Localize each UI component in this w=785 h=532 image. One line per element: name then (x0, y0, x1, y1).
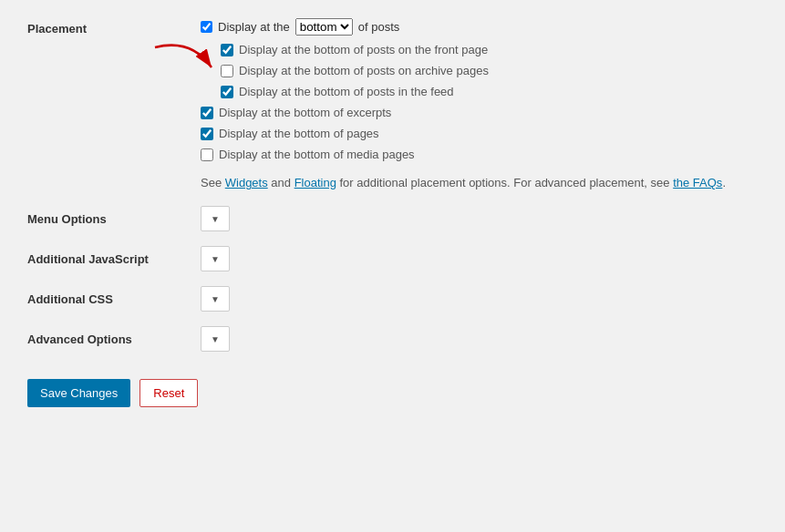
red-arrow-icon (146, 38, 219, 75)
extra-pages-label[interactable]: Display at the bottom of pages (219, 127, 379, 140)
placement-note: See Widgets and Floating for additional … (201, 176, 758, 189)
extra-option-pages: Display at the bottom of pages (201, 125, 758, 142)
extra-options: Display at the bottom of excerpts Displa… (201, 104, 758, 163)
faqs-link[interactable]: the FAQs (673, 176, 722, 189)
save-button[interactable]: Save Changes (27, 379, 130, 407)
sub-front-page-label[interactable]: Display at the bottom of posts on the fr… (239, 43, 488, 56)
extra-media-label[interactable]: Display at the bottom of media pages (219, 148, 415, 161)
collapsible-menu-options: Menu Options (27, 206, 758, 231)
sub-option-feed: Display at the bottom of posts in the fe… (221, 83, 758, 100)
placement-label: Placement (27, 18, 201, 36)
collapse-btn-additional-javascript[interactable] (201, 246, 230, 271)
sub-archive-checkbox[interactable] (221, 65, 233, 77)
collapse-btn-additional-css[interactable] (201, 286, 230, 312)
sub-archive-label[interactable]: Display at the bottom of posts on archiv… (239, 64, 489, 77)
reset-button[interactable]: Reset (139, 379, 198, 407)
placement-of-posts: of posts (358, 20, 400, 34)
placement-position-select[interactable]: bottom top (295, 18, 353, 36)
note-prefix: See (201, 176, 225, 189)
placement-main-checkbox[interactable] (201, 21, 212, 33)
collapsible-additional-css: Additional CSS (27, 286, 758, 312)
extra-option-excerpts: Display at the bottom of excerpts (201, 104, 758, 121)
collapsibles-container: Menu Options Additional JavaScript Addit… (27, 206, 758, 352)
sub-feed-label[interactable]: Display at the bottom of posts in the fe… (239, 85, 454, 98)
collapse-btn-advanced-options[interactable] (201, 326, 230, 352)
collapsible-label-additional-css: Additional CSS (27, 292, 201, 306)
placement-section: Placement Display at the bottom to (27, 18, 758, 189)
widgets-link[interactable]: Widgets (225, 176, 268, 189)
collapse-btn-menu-options[interactable] (201, 206, 230, 231)
sub-front-page-checkbox[interactable] (221, 44, 233, 56)
collapsible-label-advanced-options: Advanced Options (27, 332, 201, 346)
collapsible-advanced-options: Advanced Options (27, 326, 758, 352)
placement-sub-options: Display at the bottom of posts on the fr… (221, 41, 758, 100)
sub-option-front-page: Display at the bottom of posts on the fr… (221, 41, 758, 58)
extra-pages-checkbox[interactable] (201, 128, 213, 140)
note-suffix: . (722, 176, 726, 189)
collapsible-label-menu-options: Menu Options (27, 212, 201, 226)
extra-media-checkbox[interactable] (201, 148, 213, 161)
placement-main-label[interactable]: Display at the (218, 20, 290, 34)
note-and: and (268, 176, 294, 189)
collapsible-additional-javascript: Additional JavaScript (27, 246, 758, 271)
sub-feed-checkbox[interactable] (221, 86, 233, 98)
placement-main-text: Display at the (218, 20, 290, 34)
floating-link[interactable]: Floating (294, 176, 336, 189)
extra-excerpts-checkbox[interactable] (201, 107, 213, 119)
extra-excerpts-label[interactable]: Display at the bottom of excerpts (219, 106, 391, 119)
placement-main: Display at the bottom top of posts (201, 18, 758, 36)
placement-main-row: Display at the bottom top of posts Displ… (201, 18, 758, 189)
note-middle: for additional placement options. For ad… (336, 176, 673, 189)
buttons-row: Save Changes Reset (27, 379, 758, 407)
extra-option-media: Display at the bottom of media pages (201, 146, 758, 163)
collapsible-label-additional-javascript: Additional JavaScript (27, 252, 201, 266)
sub-option-archive: Display at the bottom of posts on archiv… (221, 62, 758, 79)
placement-content: Display at the bottom top of posts Displ… (201, 18, 758, 189)
